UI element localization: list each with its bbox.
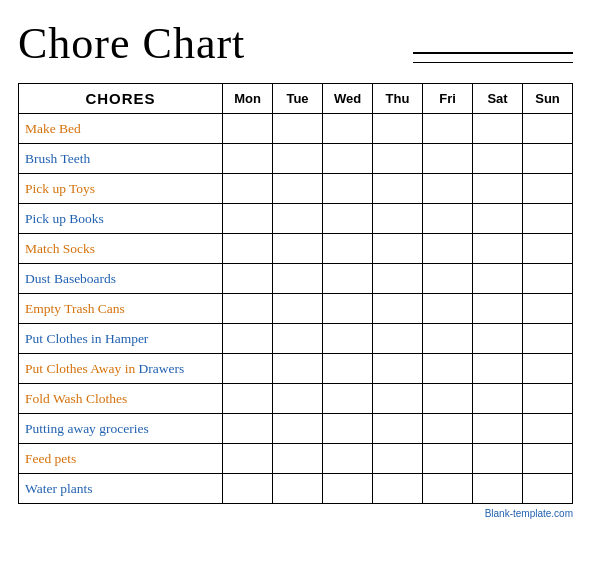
chore-name-cell: Put Clothes in Hamper	[19, 324, 223, 354]
chore-name-cell: Putting away groceries	[19, 414, 223, 444]
day-cell	[323, 174, 373, 204]
table-row: Match Socks	[19, 234, 573, 264]
day-cell	[323, 294, 373, 324]
day-cell	[273, 474, 323, 504]
day-cell	[273, 174, 323, 204]
fri-header: Fri	[423, 84, 473, 114]
header-line-2	[413, 62, 573, 64]
day-cell	[223, 384, 273, 414]
tue-header: Tue	[273, 84, 323, 114]
day-cell	[273, 324, 323, 354]
day-cell	[423, 474, 473, 504]
table-row: Put Clothes in Hamper	[19, 324, 573, 354]
chore-name-cell: Brush Teeth	[19, 144, 223, 174]
chore-chart-table: CHORES Mon Tue Wed Thu Fri Sat Sun Make …	[18, 83, 573, 504]
day-cell	[273, 234, 323, 264]
watermark: Blank-template.com	[18, 508, 573, 519]
wed-header: Wed	[323, 84, 373, 114]
day-cell	[523, 114, 573, 144]
day-cell	[223, 294, 273, 324]
day-cell	[373, 294, 423, 324]
day-cell	[273, 384, 323, 414]
chore-name-cell: Empty Trash Cans	[19, 294, 223, 324]
day-cell	[423, 354, 473, 384]
day-cell	[323, 414, 373, 444]
day-cell	[473, 234, 523, 264]
day-cell	[473, 384, 523, 414]
day-cell	[423, 264, 473, 294]
day-cell	[473, 264, 523, 294]
day-cell	[323, 384, 373, 414]
table-row: Pick up Toys	[19, 174, 573, 204]
day-cell	[523, 324, 573, 354]
day-cell	[373, 264, 423, 294]
day-cell	[323, 234, 373, 264]
day-cell	[423, 144, 473, 174]
day-cell	[523, 414, 573, 444]
day-cell	[423, 114, 473, 144]
table-row: Fold Wash Clothes	[19, 384, 573, 414]
day-cell	[373, 354, 423, 384]
day-cell	[223, 444, 273, 474]
mon-header: Mon	[223, 84, 273, 114]
table-header-row: CHORES Mon Tue Wed Thu Fri Sat Sun	[19, 84, 573, 114]
table-row: Dust Baseboards	[19, 264, 573, 294]
table-row: Make Bed	[19, 114, 573, 144]
day-cell	[473, 174, 523, 204]
chore-name-cell: Pick up Toys	[19, 174, 223, 204]
header-lines	[413, 52, 573, 69]
day-cell	[523, 384, 573, 414]
day-cell	[473, 444, 523, 474]
day-cell	[323, 474, 373, 504]
chore-name-cell: Feed pets	[19, 444, 223, 474]
day-cell	[473, 354, 523, 384]
day-cell	[273, 204, 323, 234]
day-cell	[523, 174, 573, 204]
day-cell	[223, 324, 273, 354]
day-cell	[473, 414, 523, 444]
day-cell	[323, 444, 373, 474]
day-cell	[473, 144, 523, 174]
day-cell	[223, 174, 273, 204]
day-cell	[523, 294, 573, 324]
sat-header: Sat	[473, 84, 523, 114]
day-cell	[323, 354, 373, 384]
day-cell	[523, 234, 573, 264]
day-cell	[423, 414, 473, 444]
day-cell	[473, 324, 523, 354]
day-cell	[223, 264, 273, 294]
day-cell	[523, 444, 573, 474]
day-cell	[373, 204, 423, 234]
day-cell	[273, 144, 323, 174]
day-cell	[273, 414, 323, 444]
day-cell	[323, 324, 373, 354]
page-title: Chore Chart	[18, 18, 245, 69]
day-cell	[323, 204, 373, 234]
header-line-1	[413, 52, 573, 54]
sun-header: Sun	[523, 84, 573, 114]
thu-header: Thu	[373, 84, 423, 114]
day-cell	[373, 474, 423, 504]
day-cell	[373, 234, 423, 264]
day-cell	[373, 324, 423, 354]
day-cell	[273, 294, 323, 324]
day-cell	[523, 144, 573, 174]
table-row: Feed pets	[19, 444, 573, 474]
day-cell	[273, 114, 323, 144]
header-area: Chore Chart	[18, 18, 573, 69]
day-cell	[223, 474, 273, 504]
day-cell	[473, 204, 523, 234]
day-cell	[473, 114, 523, 144]
chore-name-cell: Put Clothes Away in Drawers	[19, 354, 223, 384]
day-cell	[323, 264, 373, 294]
day-cell	[373, 174, 423, 204]
table-row: Putting away groceries	[19, 414, 573, 444]
day-cell	[423, 324, 473, 354]
day-cell	[273, 264, 323, 294]
day-cell	[523, 474, 573, 504]
day-cell	[373, 144, 423, 174]
day-cell	[223, 414, 273, 444]
day-cell	[423, 294, 473, 324]
day-cell	[373, 444, 423, 474]
day-cell	[223, 204, 273, 234]
